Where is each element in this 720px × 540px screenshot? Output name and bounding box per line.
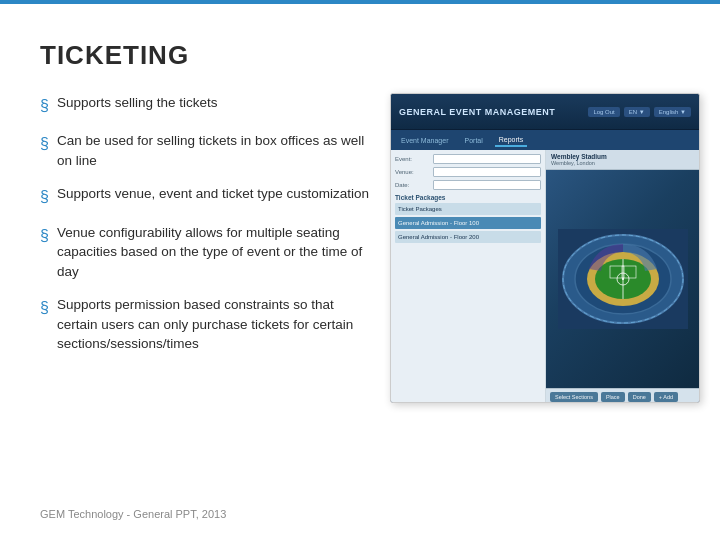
bullet-text-5: Supports permission based constraints so… [57, 295, 370, 354]
top-accent-bar [0, 0, 720, 4]
screenshot-nav-portal[interactable]: Portal [460, 135, 486, 146]
screenshot-right-panel: Wembley Stadium Wembley, London [546, 150, 699, 403]
screenshot-section-tickets: Ticket Packages [395, 194, 541, 201]
screenshot-header-title: General Event Management [399, 107, 555, 117]
screenshot-list-item-text-3: General Admission - Floor 200 [398, 234, 479, 240]
screenshot-input-venue[interactable] [433, 167, 541, 177]
screenshot-label-event: Event: [395, 156, 430, 162]
bullet-symbol-5: § [40, 296, 49, 319]
bullet-text-3: Supports venue, event and ticket type cu… [57, 184, 370, 204]
screenshot-list-item-text-2: General Admission - Floor 100 [398, 220, 479, 226]
screenshot-list-item-text-1: Ticket Packages [398, 206, 442, 212]
screenshot-venue-image [546, 170, 699, 388]
screenshot-label-date: Date: [395, 182, 430, 188]
bullet-symbol-2: § [40, 132, 49, 155]
bullet-symbol-4: § [40, 224, 49, 247]
screenshot-venue-subtitle: Wembley, London [551, 160, 694, 166]
screenshot-header: General Event Management Log Out EN ▼ En… [391, 94, 699, 130]
bullet-text-4: Venue configurability allows for multipl… [57, 223, 370, 282]
screenshot-body: Event: Venue: Date: Ticket Packages [391, 150, 699, 403]
screenshot-btn-add[interactable]: + Add [654, 392, 678, 402]
screenshot-btn-place[interactable]: Place [601, 392, 625, 402]
screenshot-bottom-bar: Select Sections Place Done + Add [546, 388, 699, 403]
page-title: TICKETING [40, 40, 680, 71]
bullet-text-1: Supports selling the tickets [57, 93, 370, 113]
screenshot-login-btn[interactable]: Log Out [588, 107, 619, 117]
screenshot-left-panel: Event: Venue: Date: Ticket Packages [391, 150, 546, 403]
content-area: § Supports selling the tickets § Can be … [40, 93, 680, 496]
bullet-item-2: § Can be used for selling tickets in box… [40, 131, 370, 170]
screenshot-nav: Event Manager Portal Reports [391, 130, 699, 150]
screenshot-list-item-1[interactable]: Ticket Packages [395, 203, 541, 215]
screenshot-list-item-3[interactable]: General Admission - Floor 200 [395, 231, 541, 243]
stadium-diagram [558, 229, 688, 329]
screenshot-input-event[interactable] [433, 154, 541, 164]
bullet-symbol-1: § [40, 94, 49, 117]
screenshot-field-date: Date: [395, 180, 541, 190]
bullet-item-3: § Supports venue, event and ticket type … [40, 184, 370, 208]
right-column: General Event Management Log Out EN ▼ En… [390, 93, 700, 496]
screenshot-header-right: Log Out EN ▼ English ▼ [588, 107, 691, 117]
screenshot-english-btn[interactable]: English ▼ [654, 107, 691, 117]
bullet-symbol-3: § [40, 185, 49, 208]
screenshot-input-date[interactable] [433, 180, 541, 190]
screenshot-list-item-2[interactable]: General Admission - Floor 100 [395, 217, 541, 229]
screenshot-btn-done[interactable]: Done [628, 392, 651, 402]
screenshot-venue-header: Wembley Stadium Wembley, London [546, 150, 699, 170]
page: TICKETING § Supports selling the tickets… [0, 0, 720, 540]
bullet-item-1: § Supports selling the tickets [40, 93, 370, 117]
screenshot-nav-reports[interactable]: Reports [495, 134, 528, 147]
screenshot-btn-select[interactable]: Select Sections [550, 392, 598, 402]
bullet-text-2: Can be used for selling tickets in box o… [57, 131, 370, 170]
screenshot-lang-btn[interactable]: EN ▼ [624, 107, 650, 117]
screenshot-field-venue: Venue: [395, 167, 541, 177]
app-screenshot: General Event Management Log Out EN ▼ En… [390, 93, 700, 403]
bullet-item-4: § Venue configurability allows for multi… [40, 223, 370, 282]
screenshot-venue-name: Wembley Stadium [551, 153, 694, 160]
screenshot-nav-event[interactable]: Event Manager [397, 135, 452, 146]
screenshot-label-venue: Venue: [395, 169, 430, 175]
bullet-item-5: § Supports permission based constraints … [40, 295, 370, 354]
screenshot-field-event: Event: [395, 154, 541, 164]
left-column: § Supports selling the tickets § Can be … [40, 93, 370, 496]
footer-text: GEM Technology - General PPT, 2013 [40, 508, 680, 520]
